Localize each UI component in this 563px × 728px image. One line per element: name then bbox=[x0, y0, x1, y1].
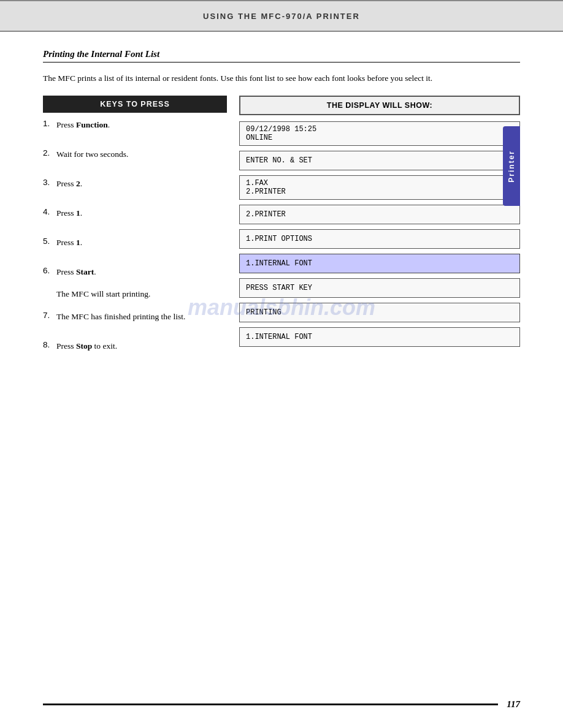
step-2-number: 2. bbox=[43, 148, 56, 157]
footer-line bbox=[43, 703, 498, 705]
printer-tab-label: Printer bbox=[507, 150, 516, 183]
display-box-8: 1.INTERNAL FONT bbox=[239, 327, 520, 347]
section-title: Printing the Internal Font List bbox=[43, 49, 520, 63]
instruction-table: KEYS TO PRESS 1. Press Function. 2. Wait… bbox=[43, 96, 520, 369]
intro-paragraph: The MFC prints a list of its internal or… bbox=[43, 72, 520, 85]
banner-text: USING THE MFC-970/A PRINTER bbox=[203, 12, 360, 21]
right-column: THE DISPLAY WILL SHOW: Printer 09/12/199… bbox=[227, 96, 520, 369]
display-box-4: 1.PRINT OPTIONS bbox=[239, 229, 520, 249]
page-container: USING THE MFC-970/A PRINTER Printing the… bbox=[0, 0, 563, 728]
step-8-prefix: Press bbox=[56, 341, 76, 351]
display-box-2: 1.FAX2.PRINTER bbox=[239, 175, 520, 200]
step-3-text: Press 2. bbox=[56, 178, 82, 190]
step-6-key: Start bbox=[76, 267, 94, 276]
step-6-prefix: Press bbox=[56, 267, 76, 276]
display-box-1: ENTER NO. & SET bbox=[239, 151, 520, 170]
display-box-0: 09/12/1998 15:25ONLINE bbox=[239, 121, 520, 146]
step-3: 3. Press 2. bbox=[43, 178, 227, 196]
step-6-text: Press Start. bbox=[56, 266, 96, 278]
step-6-subtext: The MFC will start printing. bbox=[43, 288, 227, 300]
step-3-number: 3. bbox=[43, 178, 56, 187]
steps-container: 1. Press Function. 2. Wait for two secon… bbox=[43, 113, 227, 358]
step-4: 4. Press 1. bbox=[43, 207, 227, 226]
step-7: 7. The MFC has finished printing the lis… bbox=[43, 311, 227, 329]
display-box-7: PRINTING bbox=[239, 303, 520, 322]
display-box-3: 2.PRINTER bbox=[239, 205, 520, 224]
step-6: 6. Press Start. bbox=[43, 266, 227, 284]
step-2-text: Wait for two seconds. bbox=[56, 148, 128, 161]
step-8: 8. Press Stop to exit. bbox=[43, 340, 227, 358]
left-col-header: KEYS TO PRESS bbox=[43, 96, 227, 113]
step-1: 1. Press Function. bbox=[43, 119, 227, 137]
step-1-key: Function bbox=[76, 120, 108, 129]
step-4-text: Press 1. bbox=[56, 207, 82, 219]
footer: 117 bbox=[0, 699, 563, 710]
left-column: KEYS TO PRESS 1. Press Function. 2. Wait… bbox=[43, 96, 227, 369]
step-5-suffix: . bbox=[80, 238, 82, 247]
step-8-key: Stop bbox=[76, 341, 92, 351]
step-5-number: 5. bbox=[43, 237, 56, 246]
step-7-text: The MFC has finished printing the list. bbox=[56, 311, 185, 323]
step-4-number: 4. bbox=[43, 207, 56, 216]
step-6-number: 6. bbox=[43, 266, 56, 275]
display-box-6: PRESS START KEY bbox=[239, 278, 520, 298]
step-6-suffix: . bbox=[94, 267, 96, 276]
step-1-suffix: . bbox=[108, 120, 110, 129]
top-banner: USING THE MFC-970/A PRINTER bbox=[0, 0, 563, 32]
step-2: 2. Wait for two seconds. bbox=[43, 148, 227, 167]
step-1-prefix: Press bbox=[56, 120, 76, 129]
step-3-key: 2 bbox=[76, 179, 80, 188]
step-3-suffix: . bbox=[80, 179, 82, 188]
main-content: Printing the Internal Font List The MFC … bbox=[0, 32, 563, 394]
step-5-text: Press 1. bbox=[56, 237, 82, 249]
right-col-header: THE DISPLAY WILL SHOW: bbox=[239, 96, 520, 115]
step-8-text: Press Stop to exit. bbox=[56, 340, 117, 352]
step-8-suffix: to exit. bbox=[92, 341, 117, 351]
step-5: 5. Press 1. bbox=[43, 237, 227, 255]
step-7-number: 7. bbox=[43, 311, 56, 320]
step-3-prefix: Press bbox=[56, 179, 76, 188]
step-8-number: 8. bbox=[43, 340, 56, 349]
step-4-prefix: Press bbox=[56, 208, 76, 218]
display-box-5: 1.INTERNAL FONT bbox=[239, 254, 520, 273]
printer-side-tab: Printer bbox=[503, 126, 520, 206]
step-4-suffix: . bbox=[80, 208, 82, 218]
step-1-number: 1. bbox=[43, 119, 56, 128]
step-4-key: 1 bbox=[76, 208, 80, 218]
display-boxes: 09/12/1998 15:25ONLINEENTER NO. & SET1.F… bbox=[239, 115, 520, 347]
step-5-prefix: Press bbox=[56, 238, 76, 247]
step-5-key: 1 bbox=[76, 238, 80, 247]
step-1-text: Press Function. bbox=[56, 119, 110, 131]
page-number: 117 bbox=[498, 699, 520, 710]
